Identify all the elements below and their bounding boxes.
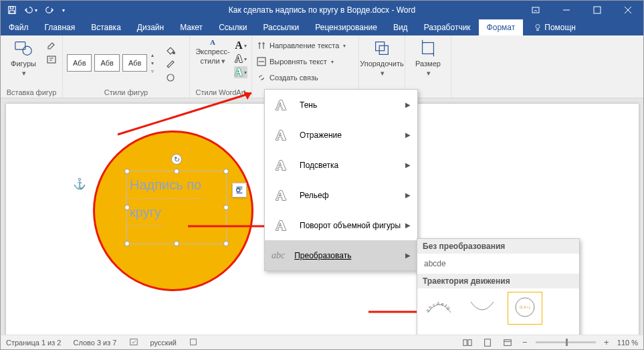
style-preset-3[interactable]: Абв [122,54,147,72]
redo-button[interactable] [42,3,57,17]
shape-outline-button[interactable] [164,58,177,70]
save-button[interactable] [5,3,19,17]
quick-access-toolbar: ▾ ▾ [1,3,65,17]
status-spellcheck[interactable] [129,337,138,348]
text-outline-button[interactable]: A▾ [234,53,247,65]
undo-button[interactable]: ▾ [23,3,38,17]
ribbon-options-button[interactable] [520,1,551,19]
svg-rect-17 [379,46,388,54]
tab-home[interactable]: Главная [37,19,84,35]
view-print-layout[interactable] [481,337,494,348]
status-words[interactable]: Слово 3 из 7 [73,339,116,347]
svg-rect-31 [463,339,467,345]
resize-handle[interactable] [124,169,130,174]
create-link-button[interactable]: Создать связь [256,70,318,85]
transform-circle[interactable]: G h i j [510,294,540,323]
transform-none-header: Без преобразования [417,239,579,254]
rotate-handle[interactable] [171,154,182,165]
svg-point-12 [173,52,175,54]
tab-review[interactable]: Рецензирование [307,19,385,35]
tab-mailings[interactable]: Рассылки [255,19,307,35]
transform-arch-up[interactable]: a b c d e f g [424,294,455,323]
tab-insert[interactable]: Вставка [83,19,129,35]
view-read-mode[interactable] [461,337,474,348]
zoom-out-button[interactable]: − [521,337,529,347]
svg-rect-30 [191,339,197,345]
text-fill-button[interactable]: A▾ [234,39,247,52]
layout-options-button[interactable] [232,183,247,197]
svg-rect-2 [10,11,15,13]
style-preset-2[interactable]: Абв [94,54,119,72]
tab-view[interactable]: Вид [385,19,416,35]
tell-me-label: Помощн [544,23,576,32]
arrange-button[interactable]: Упорядочить▾ [363,38,401,77]
quick-styles-button[interactable]: A Экспресс- стили▾ [194,38,231,65]
shapes-button[interactable]: Фигуры ▾ [5,38,42,77]
svg-rect-18 [423,43,434,54]
tab-references[interactable]: Ссылки [211,19,255,35]
view-web-layout[interactable] [501,337,514,348]
textbox-line2[interactable]: кругу [127,199,164,226]
chevron-right-icon: ▶ [405,161,411,169]
status-language[interactable]: русский [150,339,177,347]
title-bar: ▾ ▾ Как сделать надпись по кругу в Ворде… [1,1,643,19]
text-effects-button[interactable]: A▾ [234,66,247,78]
transform-icon: abc [272,250,285,261]
chevron-right-icon: ▶ [405,252,411,259]
shape-effects-button[interactable] [164,72,177,84]
svg-rect-5 [594,7,601,13]
shape-format-tools [164,42,177,84]
svg-rect-11 [47,56,56,63]
resize-handle[interactable] [174,241,179,246]
chevron-right-icon: ▶ [405,131,411,139]
resize-handle[interactable] [223,205,229,210]
text-direction-button[interactable]: Направление текста▾ [256,38,346,53]
transform-none-option[interactable]: abcde [424,259,446,268]
svg-point-8 [536,25,540,29]
chevron-right-icon: ▶ [405,191,411,199]
resize-handle[interactable] [124,241,130,246]
zoom-in-button[interactable]: + [603,337,611,347]
maximize-button[interactable] [582,1,613,19]
annotation-arrow [111,88,265,141]
transform-path-header: Траектория движения [417,274,579,288]
close-button[interactable] [613,1,643,19]
chevron-right-icon: ▶ [405,101,411,108]
tab-developer[interactable]: Разработчик [416,19,479,35]
tab-layout[interactable]: Макет [172,19,211,35]
textbox-line1[interactable]: Надпись по [127,171,204,199]
minimize-button[interactable] [551,1,582,19]
fx-reflection[interactable]: AОтражение▶ [265,120,417,150]
tell-me[interactable]: Помощн [526,19,584,35]
draw-textbox-button[interactable] [45,54,58,66]
size-button[interactable]: Размер▾ [409,38,447,77]
fx-shadow[interactable]: AТень▶ [265,90,417,120]
tab-file[interactable]: Файл [1,19,37,35]
svg-rect-32 [468,339,471,345]
svg-line-19 [118,93,251,135]
style-preset-1[interactable]: Абв [67,54,92,72]
fx-bevel[interactable]: AРельеф▶ [265,180,417,210]
svg-point-10 [23,46,31,55]
status-page[interactable]: Страница 1 из 2 [6,339,61,347]
tab-design[interactable]: Дизайн [129,19,172,35]
transform-submenu: Без преобразования abcde Траектория движ… [417,238,580,350]
svg-text:G h i j: G h i j [520,305,530,309]
resize-handle[interactable] [174,169,179,174]
fx-transform[interactable]: abcПреобразовать▶ [265,240,417,270]
shape-edit-tools [45,38,58,66]
svg-rect-1 [10,7,13,9]
fx-3d-rotation[interactable]: AПоворот объемной фигуры▶ [265,210,417,240]
resize-handle[interactable] [124,205,130,210]
edit-shape-button[interactable] [45,39,58,52]
shape-fill-button[interactable] [164,43,177,56]
status-macro[interactable] [189,337,198,348]
resize-handle[interactable] [223,169,229,174]
tab-format[interactable]: Формат [479,19,524,35]
resize-handle[interactable] [223,241,229,246]
fx-glow[interactable]: AПодсветка▶ [265,150,417,180]
zoom-level[interactable]: 110 % [617,339,638,347]
transform-arch-down[interactable] [467,294,498,323]
align-text-button[interactable]: Выровнять текст▾ [256,54,334,69]
zoom-slider[interactable] [536,341,596,343]
